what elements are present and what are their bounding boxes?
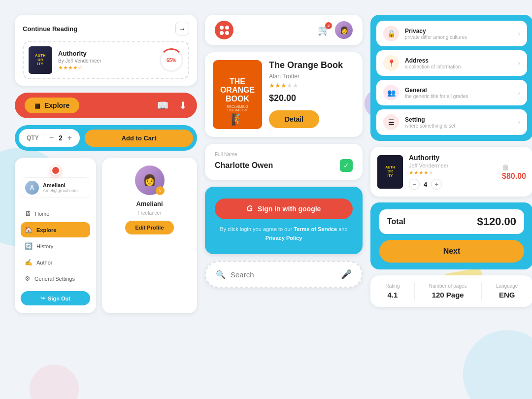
- google-signin-button[interactable]: G Sign in with google: [215, 199, 353, 219]
- privacy-chevron-icon: ›: [518, 30, 520, 37]
- name-input-card: Full Name Charlotte Owen ✓: [205, 144, 363, 180]
- profile-name: Ameliani: [136, 200, 163, 207]
- qty-box: QTY − 2 +: [19, 129, 80, 147]
- cart-icon-wrap[interactable]: 🛒 2: [318, 24, 330, 36]
- sign-out-button[interactable]: ↪ Sign Out: [21, 291, 90, 305]
- privacy-text: Privacy private differ among cultures: [405, 28, 512, 40]
- setting-chevron-icon: ›: [518, 118, 520, 126]
- app-logo-icon[interactable]: [215, 21, 233, 39]
- search-input[interactable]: [231, 270, 336, 279]
- explore-button[interactable]: ▦ Explore: [25, 98, 79, 113]
- history-icon: 🔄: [25, 242, 33, 250]
- qty-cart-bar: QTY − 2 + Add to Cart: [15, 125, 197, 151]
- general-name: General: [405, 87, 512, 94]
- sidebar-item-home[interactable]: 🖥 Home: [21, 206, 90, 221]
- microphone-icon[interactable]: 🎤: [341, 269, 352, 280]
- book-author-name: Alan Trotter: [269, 73, 355, 80]
- terms-and: and: [337, 226, 347, 232]
- general-desc: the generic title for all grades: [405, 94, 512, 99]
- sidebar-history-label: History: [36, 243, 53, 249]
- cover-line2: ORANGE: [220, 86, 255, 95]
- signin-terms-text: By click login you agree to our Terms of…: [215, 225, 353, 242]
- cover-line3: BOOK: [226, 95, 249, 103]
- privacy-icon: 🔒: [387, 30, 396, 37]
- general-icon: 👥: [387, 89, 396, 97]
- add-to-cart-button[interactable]: Add to Cart: [85, 130, 193, 147]
- settings-item-privacy[interactable]: 🔒 Privacy private differ among cultures …: [376, 21, 527, 46]
- sidebar-card: A Ameliani Amel@gmail.com 🖥 Home 🏠 Explo…: [15, 158, 96, 313]
- book-icon[interactable]: 📖: [157, 100, 169, 111]
- server-icon: ▦: [34, 102, 40, 109]
- detail-button[interactable]: Detail: [269, 110, 319, 128]
- bg-circle-teal: [463, 330, 532, 399]
- general-text: General the generic title for all grades: [405, 87, 512, 99]
- cart-item-author: Jeff Vendermeer: [409, 163, 496, 168]
- sidebar-email: Amel@gmail.com: [43, 188, 78, 193]
- full-name-value[interactable]: Charlotte Owen: [215, 161, 273, 170]
- progress-circle: 65%: [160, 48, 183, 72]
- signout-label: Sign Out: [48, 296, 70, 301]
- privacy-icon-wrap: 🔒: [383, 26, 399, 41]
- name-value-row: Charlotte Owen ✓: [215, 159, 353, 172]
- book-product-card: THE ORANGE BOOK RECLAIMING LIBERALISM 🧗 …: [205, 52, 363, 137]
- setting-name: Setting: [405, 116, 512, 123]
- settings-item-setting[interactable]: ☰ Setting where something is set ›: [376, 109, 527, 135]
- cart-qty-plus-btn[interactable]: +: [431, 179, 442, 190]
- cart-qty-row: − 4 +: [409, 179, 496, 190]
- cart-badge: 2: [325, 22, 332, 29]
- profile-role: Freelancer: [138, 210, 162, 216]
- profile-card: 👩 ✎ Ameliani Freelancer Edit Profile: [102, 158, 197, 313]
- qty-minus-btn[interactable]: −: [49, 133, 54, 142]
- book-cover-orange: THE ORANGE BOOK RECLAIMING LIBERALISM 🧗: [213, 60, 262, 129]
- sidebar-item-history[interactable]: 🔄 History: [21, 238, 90, 254]
- terms-link1[interactable]: Terms of Service: [294, 226, 337, 232]
- cart-item-card: AUTH OR ITY Authority Jeff Vendermeer ★★…: [370, 147, 532, 197]
- sidebar-menu: 🖥 Home 🏠 Explore 🔄 History ✍ Author: [21, 206, 90, 286]
- download-icon[interactable]: ⬇: [179, 100, 187, 111]
- address-name: Address: [405, 57, 512, 64]
- continue-reading-title: Continue Reading: [23, 25, 77, 33]
- book-rating-stars: ★★★★★: [269, 82, 355, 89]
- continue-reading-arrow-btn[interactable]: →: [175, 22, 189, 35]
- sidebar-user-row[interactable]: A Ameliani Amel@gmail.com: [21, 177, 90, 198]
- sidebar-item-author[interactable]: ✍ Author: [21, 255, 90, 270]
- edit-profile-button[interactable]: Edit Profile: [125, 221, 173, 234]
- qty-value: 2: [59, 134, 63, 142]
- total-card: Total $120.00 Next: [370, 202, 532, 269]
- next-button[interactable]: Next: [379, 240, 524, 263]
- signin-card: G Sign in with google By click login you…: [205, 187, 363, 254]
- qty-plus-btn[interactable]: +: [67, 133, 72, 142]
- app-bar: 🛒 2 👩: [205, 15, 363, 45]
- bg-circle-pink: [30, 365, 79, 399]
- sidebar-item-explore[interactable]: 🏠 Explore: [21, 222, 90, 237]
- privacy-name: Privacy: [405, 28, 512, 34]
- profile-avatar-wrap: 👩 ✎: [135, 166, 165, 195]
- settings-item-general[interactable]: 👥 General the generic title for all grad…: [376, 80, 527, 105]
- cover-line1: THE: [230, 77, 245, 86]
- column-2: 🛒 2 👩 THE ORANGE BOOK RECLAIMING LIBERAL…: [205, 15, 363, 313]
- settings-item-address[interactable]: 📍 Address a collection of information ›: [376, 50, 527, 76]
- continue-reading-card: Continue Reading → AUTH OR ITY Authority…: [15, 15, 197, 86]
- continue-reading-book-row: AUTH OR ITY Authority By Jeff Vendermeer…: [23, 41, 189, 79]
- terms-prefix: By click login you agree to our: [220, 226, 294, 232]
- google-g-icon: G: [247, 204, 253, 213]
- address-text: Address a collection of information: [405, 57, 512, 69]
- cart-qty-minus-btn[interactable]: −: [409, 179, 420, 190]
- search-icon: 🔍: [216, 270, 226, 279]
- book-info: Authority By Jeff Vendermeer ★★★★☆: [58, 50, 154, 71]
- column-1: Continue Reading → AUTH OR ITY Authority…: [15, 15, 197, 313]
- settings-sidebar-icon: ⚙: [25, 275, 31, 282]
- privacy-desc: private differ among cultures: [405, 34, 512, 40]
- sidebar-home-label: Home: [35, 211, 49, 217]
- pages-label: Number of pages: [429, 283, 467, 289]
- explore-label: Explore: [44, 101, 69, 109]
- column-3: 🔒 Privacy private differ among cultures …: [370, 15, 532, 313]
- explore-sidebar-icon: 🏠: [25, 226, 33, 233]
- user-avatar-bar[interactable]: 👩: [335, 21, 353, 39]
- general-icon-wrap: 👥: [383, 85, 399, 100]
- setting-icon-wrap: ☰: [383, 114, 399, 130]
- terms-link2[interactable]: Privacy Policy: [266, 235, 302, 241]
- book-details: The Orange Book Alan Trotter ★★★★★ $20.0…: [269, 60, 355, 129]
- cart-item-trash-btn[interactable]: 🗑: [502, 163, 510, 172]
- sidebar-item-settings[interactable]: ⚙ General Settings: [21, 271, 90, 286]
